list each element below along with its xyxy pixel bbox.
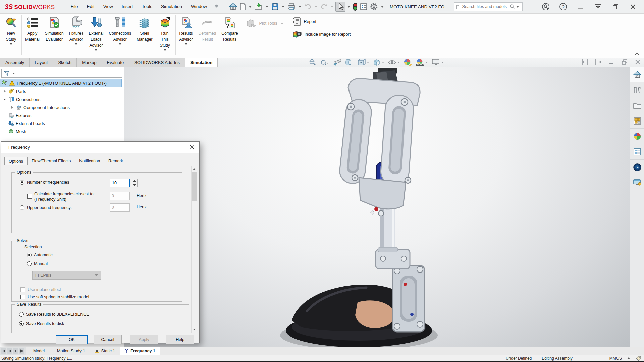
dialog-scrollbar[interactable] (191, 166, 197, 333)
spinner-down-button[interactable] (131, 183, 137, 187)
tab-simulation[interactable]: Simulation (185, 58, 218, 67)
frequency-shift-checkbox-row[interactable]: Calculate frequencies closest to: (Frequ… (27, 191, 95, 202)
solver-automatic-radio[interactable] (27, 253, 32, 257)
apply-scene-button[interactable] (416, 58, 428, 66)
tree-item-fixtures[interactable]: Fixtures (0, 111, 124, 119)
taskpane-messages[interactable] (630, 175, 644, 190)
pin-menu-icon[interactable] (214, 4, 219, 10)
save-button[interactable] (270, 2, 280, 12)
menu-insert[interactable]: Insert (117, 0, 138, 13)
results-advisor-button[interactable]: Results Advisor (176, 14, 196, 45)
zoom-to-area-button[interactable] (320, 58, 329, 66)
print-button[interactable] (286, 2, 297, 12)
new-study-button[interactable]: New Study (1, 14, 21, 45)
model-tab[interactable]: Model (26, 347, 52, 355)
new-document-dropdown[interactable] (249, 6, 252, 8)
view-orientation-dropdown[interactable] (382, 62, 384, 63)
home-button[interactable] (228, 2, 238, 12)
view-settings-button[interactable] (431, 58, 444, 66)
dialog-tab-remark[interactable]: Remark (104, 157, 127, 165)
interference-check-button[interactable] (352, 1, 358, 12)
collapse-left-pane-button[interactable] (582, 58, 588, 67)
solver-manual-row[interactable]: Manual (27, 261, 48, 266)
hide-show-dropdown[interactable] (397, 62, 400, 63)
scrollbar-thumb[interactable] (192, 172, 197, 201)
dialog-tab-flow-thermal[interactable]: Flow/Thermal Effects (27, 157, 75, 165)
run-this-study-button[interactable]: Run This Study (155, 14, 175, 51)
frequencies-spinner[interactable] (131, 179, 138, 187)
first-tab-button[interactable] (1, 348, 6, 354)
taskpane-custom-properties[interactable] (630, 144, 644, 160)
tree-item-external-loads[interactable]: External Loads (0, 119, 124, 127)
open-dropdown[interactable] (266, 6, 268, 8)
shell-manager-button[interactable]: Shell Manager (134, 14, 155, 42)
save-to-3dexperience-row[interactable]: Save Results to 3DEXPERIENCE (19, 312, 89, 317)
menu-simulation[interactable]: Simulation (157, 0, 186, 13)
view-settings-dropdown[interactable] (441, 62, 444, 63)
dialog-resize-grip[interactable] (194, 338, 199, 342)
connections-advisor-dropdown[interactable] (119, 43, 121, 45)
results-advisor-dropdown[interactable] (185, 43, 187, 45)
save-dropdown[interactable] (282, 6, 284, 8)
frequency-shift-checkbox[interactable] (27, 194, 32, 199)
taskpane-appearances-scenes[interactable] (630, 129, 644, 144)
minimize-button[interactable] (576, 2, 585, 11)
dialog-tab-options[interactable]: Options (4, 157, 28, 165)
dynamic-annotation-views-button[interactable] (357, 58, 369, 66)
units-dropdown[interactable] (627, 357, 630, 359)
tab-layout[interactable]: Layout (30, 58, 53, 67)
number-of-frequencies-radio-row[interactable]: Number of frequencies (20, 180, 69, 185)
viewport-close-button[interactable] (635, 59, 641, 66)
open-button[interactable] (254, 2, 264, 12)
options-list-button[interactable] (359, 2, 368, 12)
save-to-disk-radio[interactable] (19, 321, 24, 326)
account-button[interactable] (541, 2, 550, 11)
apply-scene-dropdown[interactable] (425, 62, 428, 63)
tree-item-parts[interactable]: Parts (0, 87, 124, 95)
menu-file[interactable]: File (66, 0, 83, 13)
fixtures-advisor-dropdown[interactable] (75, 43, 77, 45)
collapse-arrow[interactable] (3, 99, 7, 100)
solver-manual-radio[interactable] (27, 261, 32, 266)
tab-assembly[interactable]: Assembly (0, 58, 30, 67)
fixtures-advisor-button[interactable]: Fixtures Advisor (66, 14, 86, 45)
ok-button[interactable]: OK (56, 335, 88, 344)
expand-arrow[interactable] (3, 90, 7, 93)
tree-root-frequency-study[interactable]: Frequency 1 (-MOTO KNEE AND VF2 FOOT-) (0, 79, 121, 87)
external-loads-advisor-button[interactable]: External Loads Advisor (86, 14, 106, 51)
edit-appearance-button[interactable] (404, 58, 412, 66)
graphics-viewport[interactable] (124, 67, 630, 347)
run-this-study-dropdown[interactable] (164, 49, 166, 51)
hide-show-items-button[interactable] (388, 59, 400, 66)
scrollbar-up-button[interactable] (192, 166, 197, 172)
next-tab-button[interactable] (13, 348, 18, 354)
status-units[interactable]: MMGS (609, 356, 622, 361)
number-of-frequencies-input[interactable] (110, 179, 130, 187)
soft-spring-checkbox[interactable] (20, 295, 25, 299)
menu-edit[interactable]: Edit (82, 0, 99, 13)
print-dropdown[interactable] (299, 6, 301, 8)
cancel-button[interactable]: Cancel (94, 335, 122, 344)
report-button[interactable]: Report (292, 17, 351, 26)
settings-dropdown[interactable] (381, 6, 384, 8)
previous-view-button[interactable] (332, 58, 341, 66)
external-loads-advisor-dropdown[interactable] (95, 49, 97, 51)
number-of-frequencies-radio[interactable] (20, 180, 24, 185)
simulation-evaluator-button[interactable]: Simulation Evaluator (42, 14, 66, 42)
tab-markup[interactable]: Markup (77, 58, 102, 67)
dialog-close-button[interactable] (184, 142, 199, 153)
taskpane-forum[interactable] (630, 160, 644, 175)
connections-advisor-button[interactable]: Connections Advisor (106, 14, 134, 45)
save-to-3dexperience-radio[interactable] (19, 312, 24, 317)
menu-window[interactable]: Window (186, 0, 211, 13)
search-icon[interactable] (509, 4, 515, 9)
scrollbar-down-button[interactable] (192, 327, 197, 333)
dock-window-button[interactable] (594, 2, 602, 11)
expand-arrow[interactable] (10, 106, 14, 109)
tab-solidworks-add-ins[interactable]: SOLIDWORKS Add-Ins (129, 58, 185, 67)
new-document-button[interactable] (239, 2, 247, 12)
tab-evaluate[interactable]: Evaluate (102, 58, 129, 67)
menu-tools[interactable]: Tools (137, 0, 157, 13)
frequency-1-tab[interactable]: Frequency 1 (120, 347, 160, 355)
search-input[interactable] (462, 4, 509, 9)
